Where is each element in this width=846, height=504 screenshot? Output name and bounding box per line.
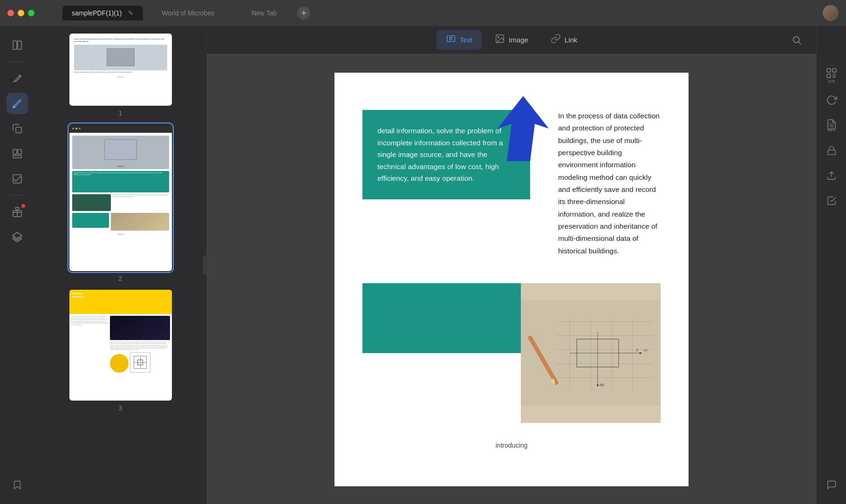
tab-world-of-microbes[interactable]: World of Microbes <box>143 6 233 20</box>
blueprint-image: 2 100 30/ <box>521 283 661 423</box>
image-tool-label: Image <box>509 36 528 44</box>
share-button[interactable] <box>821 165 842 186</box>
svg-rect-39 <box>832 68 836 72</box>
teal-content-block: detail information, solve the problem of… <box>362 110 530 199</box>
right-paragraph: In the process of data collection and pr… <box>558 110 661 257</box>
thumbnail-page-3-label: 3 <box>119 404 123 412</box>
tool-link-button[interactable]: Link <box>541 30 587 50</box>
refresh-button[interactable] <box>821 89 842 111</box>
text-tool-label: Text <box>460 36 473 44</box>
sidebar-item-bookmark[interactable] <box>7 474 28 496</box>
edit-icon[interactable]: ✎ <box>128 9 134 17</box>
sidebar-item-gift[interactable] <box>7 201 28 223</box>
check-button[interactable] <box>821 190 842 211</box>
ocr-button[interactable]: OCR <box>821 64 842 86</box>
thumbnail-page-3[interactable]: GeometricPhilosophy The specific point o… <box>69 290 172 412</box>
avatar[interactable] <box>823 5 839 21</box>
sidebar-item-edit[interactable] <box>7 93 28 114</box>
svg-rect-5 <box>18 150 21 154</box>
introducing-label: introducing <box>362 442 661 449</box>
svg-rect-4 <box>13 150 17 154</box>
minimize-button[interactable] <box>18 10 24 16</box>
lock-button[interactable] <box>821 140 842 161</box>
svg-point-12 <box>498 36 499 38</box>
content-area: Text Image <box>207 26 816 504</box>
thumbnail-page-1-label: 1 <box>119 109 123 117</box>
svg-marker-9 <box>13 232 22 238</box>
pdf-page-2: detail information, solve the problem of… <box>334 73 689 486</box>
thumbnail-panel: carried out and architectural and enviro… <box>34 26 207 504</box>
svg-rect-2 <box>13 106 15 108</box>
teal-block-bottom <box>362 283 521 353</box>
sidebar-item-annotate[interactable] <box>7 68 28 89</box>
toolbar: Text Image <box>207 26 816 54</box>
svg-rect-1 <box>18 41 21 49</box>
thumbnail-page-2-label: 2 <box>119 275 123 282</box>
svg-line-14 <box>798 42 801 44</box>
comment-button[interactable] <box>821 474 842 496</box>
svg-text:30/: 30/ <box>600 383 605 387</box>
svg-text:100: 100 <box>643 349 648 352</box>
teal-paragraph: detail information, solve the problem of… <box>377 125 515 184</box>
close-button[interactable] <box>7 10 14 16</box>
right-sidebar: OCR PDF/A <box>816 26 846 504</box>
left-sidebar <box>0 26 34 504</box>
search-button[interactable] <box>788 32 805 48</box>
link-tool-icon <box>551 34 561 46</box>
sidebar-item-reader[interactable] <box>7 34 28 56</box>
titlebar: samplePDF(1)(1) ✎ World of Microbes New … <box>0 0 846 26</box>
link-tool-label: Link <box>565 36 578 44</box>
new-tab-button[interactable]: + <box>297 7 310 20</box>
image-tool-icon <box>495 34 505 46</box>
svg-rect-43 <box>827 150 835 155</box>
tab-active-label: samplePDF(1)(1) <box>72 9 122 17</box>
main-container: carried out and architectural and enviro… <box>0 26 846 504</box>
tab-new-tab[interactable]: New Tab <box>233 6 295 20</box>
sidebar-item-copy[interactable] <box>7 118 28 139</box>
sidebar-item-layers[interactable] <box>7 226 28 248</box>
maximize-button[interactable] <box>28 10 34 16</box>
tab-active[interactable]: samplePDF(1)(1) ✎ <box>62 6 143 20</box>
traffic-lights <box>7 10 34 16</box>
tool-text-button[interactable]: Text <box>437 30 482 50</box>
text-tool-icon <box>446 34 456 46</box>
blueprint-image-container: 2 100 30/ <box>521 283 661 423</box>
sidebar-item-forms[interactable] <box>7 168 28 190</box>
svg-rect-0 <box>13 41 17 49</box>
pdf-view[interactable]: detail information, solve the problem of… <box>207 54 816 504</box>
collapse-panel-handle[interactable]: ‹ <box>203 256 207 274</box>
right-text-block: In the process of data collection and pr… <box>530 110 661 257</box>
tool-image-button[interactable]: Image <box>485 30 538 50</box>
sidebar-divider-2 <box>9 195 26 196</box>
svg-rect-6 <box>13 156 21 158</box>
thumbnail-page-2[interactable]: detail information, solve the problem of… <box>69 124 172 282</box>
svg-rect-38 <box>827 68 831 72</box>
pdfa-button[interactable]: PDF/A <box>821 115 842 136</box>
svg-rect-40 <box>827 74 831 78</box>
svg-rect-3 <box>16 127 21 133</box>
sidebar-divider-1 <box>9 61 26 62</box>
sidebar-item-organize[interactable] <box>7 143 28 164</box>
svg-rect-7 <box>13 175 21 183</box>
thumbnail-page-1[interactable]: carried out and architectural and enviro… <box>69 34 172 117</box>
svg-point-13 <box>793 36 799 42</box>
svg-text:2: 2 <box>636 348 638 352</box>
